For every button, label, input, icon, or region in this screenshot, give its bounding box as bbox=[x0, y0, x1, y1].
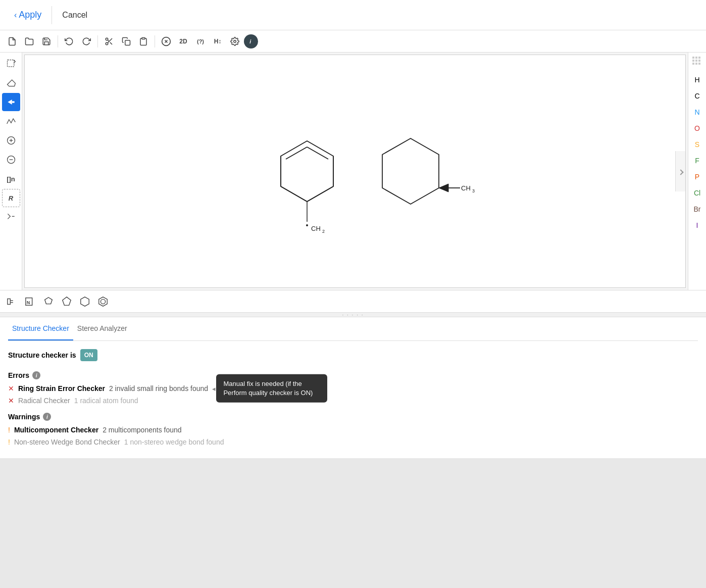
flip-button[interactable]: H↕ bbox=[210, 33, 226, 50]
svg-text:N: N bbox=[27, 300, 30, 305]
svg-line-3 bbox=[110, 42, 112, 44]
minus-charge-tool[interactable] bbox=[2, 151, 20, 169]
copy-button[interactable] bbox=[118, 33, 134, 50]
cut-button[interactable] bbox=[101, 33, 117, 50]
apply-chevron-icon: ‹ bbox=[14, 11, 17, 20]
svg-marker-52 bbox=[63, 297, 71, 305]
svg-rect-46 bbox=[8, 299, 11, 304]
save-file-button[interactable] bbox=[38, 33, 55, 50]
settings-button[interactable] bbox=[227, 33, 243, 50]
resize-handle[interactable]: · · · · · bbox=[0, 312, 706, 317]
r-group-tool[interactable]: R bbox=[2, 189, 20, 207]
svg-line-23 bbox=[307, 147, 328, 159]
svg-point-1 bbox=[106, 42, 108, 45]
atom-C[interactable]: C bbox=[689, 89, 705, 103]
nitrogen-label-button[interactable]: N bbox=[22, 293, 38, 310]
atom-O[interactable]: O bbox=[689, 121, 705, 135]
radical-checker-name: Radical Checker bbox=[18, 397, 70, 405]
svg-marker-32 bbox=[382, 138, 439, 204]
svg-marker-13 bbox=[8, 100, 12, 105]
resize-dots-icon: · · · · · bbox=[342, 312, 364, 318]
erase-tool[interactable] bbox=[2, 74, 20, 92]
atom-S[interactable]: S bbox=[689, 137, 705, 152]
svg-marker-54 bbox=[99, 297, 108, 306]
apply-label: Apply bbox=[19, 10, 41, 20]
bracket-tool[interactable]: []n bbox=[2, 170, 20, 188]
non-stereo-checker-name: Non-stereo Wedge Bond Checker bbox=[14, 438, 120, 446]
svg-rect-42 bbox=[698, 60, 700, 62]
atom-Cl[interactable]: Cl bbox=[689, 186, 705, 200]
sgroup-button[interactable] bbox=[4, 293, 20, 310]
toggle-prefix-label: Structure checker is bbox=[8, 351, 76, 359]
redo-button[interactable] bbox=[78, 33, 94, 50]
svg-line-27 bbox=[307, 186, 333, 202]
non-stereo-checker-desc: 1 non-stereo wedge bond found bbox=[124, 438, 224, 446]
svg-point-29 bbox=[306, 224, 308, 226]
chain-tool[interactable] bbox=[2, 112, 20, 130]
benzene-button[interactable] bbox=[95, 293, 111, 310]
ring-strain-tooltip-container: ◂ Manual fix is needed (if the Perform q… bbox=[212, 385, 216, 393]
svg-rect-39 bbox=[698, 57, 700, 59]
atom-N[interactable]: N bbox=[689, 105, 705, 119]
tab-stereo-analyzer[interactable]: Stereo Analyzer bbox=[73, 317, 131, 340]
info-button[interactable]: i bbox=[244, 34, 258, 48]
errors-info-icon[interactable]: i bbox=[32, 371, 40, 379]
bottom-panel: Structure Checker Stereo Analyzer Struct… bbox=[0, 317, 706, 458]
pentagon-button[interactable] bbox=[59, 293, 75, 310]
help-button[interactable]: (?) bbox=[192, 33, 209, 50]
atom-H[interactable]: H bbox=[689, 73, 705, 87]
bottom-tabs: Structure Checker Stereo Analyzer bbox=[8, 317, 698, 341]
svg-text:2: 2 bbox=[322, 229, 325, 234]
svg-rect-14 bbox=[12, 101, 14, 103]
toolbar-sep-2 bbox=[97, 35, 98, 47]
hexagon-button[interactable] bbox=[77, 293, 93, 310]
radical-error-icon: ✕ bbox=[8, 397, 14, 405]
warnings-info-icon[interactable]: i bbox=[43, 413, 51, 421]
tab-structure-checker[interactable]: Structure Checker bbox=[8, 317, 73, 340]
apply-button[interactable]: ‹ Apply bbox=[8, 6, 47, 24]
svg-marker-53 bbox=[81, 297, 89, 306]
multicomponent-checker-desc: 2 multicomponents found bbox=[103, 426, 181, 434]
undo-button[interactable] bbox=[61, 33, 77, 50]
non-stereo-warning-row: ! Non-stereo Wedge Bond Checker 1 non-st… bbox=[8, 438, 698, 446]
atom-F[interactable]: F bbox=[689, 154, 705, 168]
atom-Br[interactable]: Br bbox=[689, 202, 705, 216]
warnings-label: Warnings bbox=[8, 413, 40, 421]
open-file-button[interactable] bbox=[21, 33, 37, 50]
2d-button[interactable]: 2D bbox=[175, 33, 191, 50]
radical-checker-desc: 1 radical atom found bbox=[74, 397, 138, 405]
bond-arrow-tool[interactable] bbox=[2, 93, 20, 111]
ring-strain-checker-name: Ring Strain Error Checker bbox=[18, 384, 105, 393]
svg-text:3: 3 bbox=[472, 188, 475, 193]
multicomponent-warning-icon: ! bbox=[8, 426, 10, 434]
atom-I[interactable]: I bbox=[689, 218, 705, 232]
svg-rect-6 bbox=[142, 37, 145, 39]
toolbar-sep-1 bbox=[58, 35, 58, 47]
svg-point-10 bbox=[234, 40, 236, 42]
paste-button[interactable] bbox=[135, 33, 152, 50]
molecule-canvas[interactable]: CH 2 CH 3 bbox=[24, 55, 686, 288]
right-atom-panel: H C N O S F P Cl Br I bbox=[688, 53, 706, 290]
left-toolbar: []n R bbox=[0, 53, 22, 290]
select-tool[interactable] bbox=[2, 55, 20, 73]
svg-rect-40 bbox=[692, 60, 694, 62]
svg-text:CH: CH bbox=[311, 225, 321, 232]
structure-checker-content: Structure checker is ON Errors i ✕ Ring … bbox=[8, 341, 698, 458]
reaction-tool[interactable] bbox=[2, 208, 20, 226]
atom-grid-icon bbox=[692, 57, 702, 67]
editor-body: []n R bbox=[0, 53, 706, 290]
atom-P[interactable]: P bbox=[689, 170, 705, 184]
main-toolbar: 2D (?) H↕ i bbox=[0, 30, 706, 53]
clear-button[interactable] bbox=[158, 33, 174, 50]
arrow-pentagon-button[interactable] bbox=[40, 293, 57, 310]
new-file-button[interactable] bbox=[4, 33, 20, 50]
non-stereo-warning-icon: ! bbox=[8, 438, 10, 446]
svg-line-26 bbox=[281, 186, 307, 202]
ring-strain-error-icon: ✕ bbox=[8, 384, 14, 393]
structure-checker-toggle[interactable]: ON bbox=[80, 349, 97, 361]
svg-rect-44 bbox=[695, 63, 697, 65]
svg-rect-41 bbox=[695, 60, 697, 62]
cancel-button[interactable]: Cancel bbox=[56, 7, 93, 24]
warnings-section-title: Warnings i bbox=[8, 413, 698, 421]
plus-charge-tool[interactable] bbox=[2, 131, 20, 150]
